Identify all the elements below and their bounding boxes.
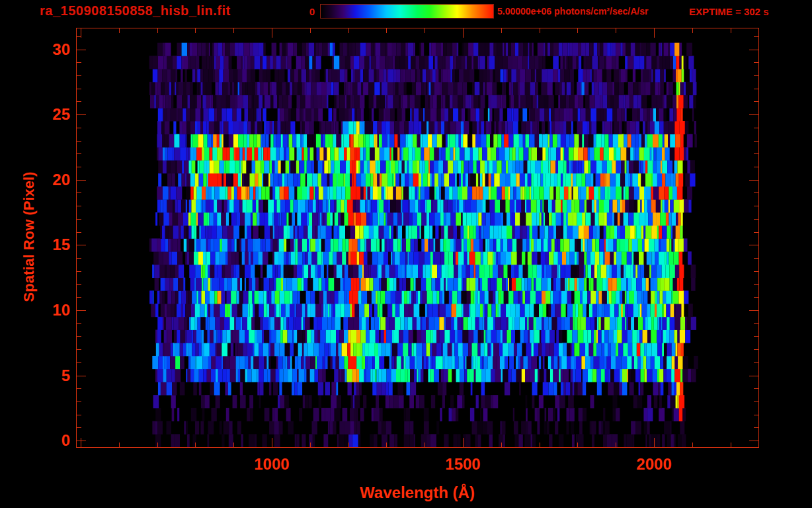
y-tick-label: 25 — [0, 105, 70, 124]
spectrogram-canvas — [76, 28, 759, 448]
x-tick-label: 1500 — [445, 455, 480, 474]
x-tick-label: 1000 — [254, 455, 289, 474]
filename-title: ra_150908150858_hisb_lin.fit — [40, 3, 231, 19]
y-tick-label: 0 — [0, 431, 70, 450]
x-axis-title: Wavelength (Å) — [360, 484, 475, 502]
spectral-image-viewer: ra_150908150858_hisb_lin.fit 0 5.00000e+… — [0, 0, 812, 508]
y-tick-label: 30 — [0, 40, 70, 59]
colorbar-max-label: 5.00000e+06 photons/cm²/sec/A/sr — [497, 6, 648, 17]
y-tick-label: 15 — [0, 235, 70, 254]
exptime-label: EXPTIME = 302 s — [689, 6, 768, 17]
y-tick-label: 10 — [0, 301, 70, 319]
y-tick-label: 20 — [0, 171, 70, 189]
x-tick-label: 2000 — [636, 455, 671, 474]
colorbar — [320, 4, 494, 19]
colorbar-min-label: 0 — [291, 6, 315, 17]
y-tick-label: 5 — [0, 366, 70, 385]
plot-frame — [76, 28, 759, 448]
